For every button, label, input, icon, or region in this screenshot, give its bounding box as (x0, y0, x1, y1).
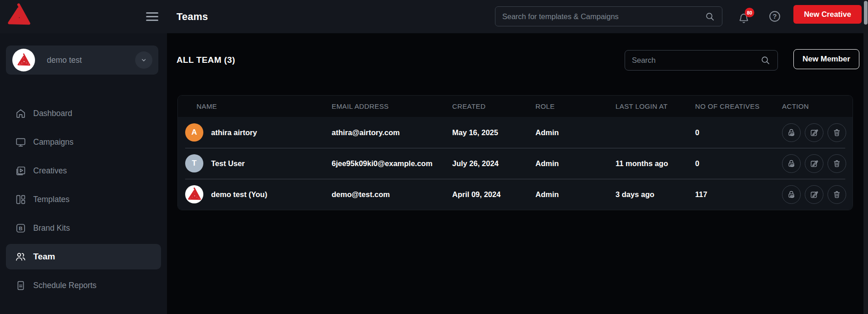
account-chevron-button[interactable] (135, 51, 152, 69)
member-role: Admin (535, 159, 616, 168)
sidebar-item-label: Dashboard (33, 109, 72, 118)
table-header-row: NAMEEMAIL ADDRESSCREATEDROLELAST LOGIN A… (178, 96, 853, 117)
member-last-login: 3 days ago (616, 190, 695, 199)
global-search (495, 6, 722, 26)
sidebar-item-brand-kits[interactable]: B Brand Kits (6, 215, 161, 241)
column-header: ROLE (535, 102, 616, 110)
sidebar-item-label: Creatives (33, 166, 67, 176)
member-name: Test User (211, 159, 245, 168)
sidebar-nav: Dashboard Campaigns Creatives Templates … (0, 101, 167, 301)
notification-count-badge: 80 (745, 8, 754, 17)
member-email: demo@test.com (332, 190, 452, 199)
brandb-icon: B (15, 222, 26, 234)
team-table: NAMEEMAIL ADDRESSCREATEDROLELAST LOGIN A… (177, 95, 853, 210)
team-search (625, 50, 778, 71)
sidebar-item-creatives[interactable]: Creatives (6, 158, 161, 183)
notifications-bell-icon[interactable]: 80 (737, 9, 754, 25)
home-icon (15, 107, 26, 119)
table-row: T Test User 6jee95k09ki0@example.com Jul… (178, 148, 853, 179)
member-avatar: A (185, 123, 203, 142)
account-switcher[interactable]: demo test (6, 46, 158, 75)
member-role: Admin (535, 128, 616, 137)
search-icon (760, 55, 771, 66)
templates-icon (15, 193, 26, 205)
scrollbar-thumb[interactable] (864, 1, 868, 25)
column-header: NO OF CREATIVES (695, 102, 782, 110)
delete-member-button[interactable] (828, 154, 846, 173)
account-avatar (12, 49, 35, 71)
member-avatar: T (185, 154, 203, 172)
creatives-icon (15, 165, 26, 177)
member-created-date: April 09, 2024 (452, 190, 535, 199)
hamburger-menu-icon[interactable] (146, 12, 158, 21)
sidebar-item-schedule-reports[interactable]: Schedule Reports (6, 273, 161, 298)
member-created-date: July 26, 2024 (452, 159, 535, 168)
page-title: Teams (177, 0, 208, 33)
member-actions (782, 123, 853, 142)
sidebar-item-dashboard[interactable]: Dashboard (6, 101, 161, 126)
change-password-button[interactable] (782, 123, 801, 142)
member-creatives-count: 117 (695, 190, 782, 199)
table-body: A athira airtory athira@airtory.com May … (178, 117, 853, 210)
member-created-date: May 16, 2025 (452, 128, 535, 137)
table-row: demo test (You) demo@test.com April 09, … (178, 179, 853, 210)
sidebar-item-label: Campaigns (33, 137, 74, 147)
sidebar-item-label: Schedule Reports (33, 281, 96, 290)
global-search-input[interactable] (502, 12, 705, 21)
search-icon (705, 11, 715, 22)
member-creatives-count: 0 (695, 128, 782, 137)
page-scrollbar (863, 0, 868, 314)
member-email: athira@airtory.com (332, 128, 452, 137)
sidebar-item-label: Brand Kits (33, 223, 70, 233)
sidebar-item-label: Team (33, 252, 55, 262)
edit-member-button[interactable] (805, 185, 823, 204)
top-header: Teams 80 ? New Creative (0, 0, 868, 33)
sidebar-item-campaigns[interactable]: Campaigns (6, 129, 161, 155)
member-last-login: 11 months ago (616, 159, 695, 168)
column-header: CREATED (452, 102, 535, 110)
member-role: Admin (535, 190, 616, 199)
member-name-cell: T Test User (178, 154, 332, 172)
member-email: 6jee95k09ki0@example.com (332, 159, 452, 168)
sidebar-item-templates[interactable]: Templates (6, 187, 161, 212)
change-password-button[interactable] (782, 185, 801, 204)
member-name: athira airtory (211, 128, 257, 137)
people-icon (15, 251, 26, 263)
member-name-cell: demo test (You) (178, 185, 332, 203)
member-actions (782, 154, 853, 173)
member-avatar (185, 185, 203, 203)
airtory-logo-icon (5, 2, 32, 28)
account-name: demo test (47, 56, 82, 65)
sidebar: demo test Dashboard Campaigns Creatives … (0, 33, 167, 314)
member-actions (782, 185, 853, 204)
app-root: Teams 80 ? New Creative demo test (0, 0, 868, 314)
table-row: A athira airtory athira@airtory.com May … (178, 117, 853, 148)
new-creative-button[interactable]: New Creative (793, 5, 862, 24)
main-content: ALL TEAM (3) New Member NAMEEMAIL ADDRES… (167, 33, 868, 314)
sidebar-item-team[interactable]: Team (6, 244, 161, 269)
member-name: demo test (You) (211, 190, 267, 199)
svg-text:B: B (19, 225, 22, 231)
team-search-input[interactable] (632, 56, 760, 65)
column-header: LAST LOGIN AT (616, 102, 695, 110)
column-header: NAME (178, 102, 332, 110)
column-header: EMAIL ADDRESS (332, 102, 452, 110)
member-name-cell: A athira airtory (178, 123, 332, 142)
doc-icon (15, 279, 26, 291)
chevron-down-icon (139, 56, 148, 65)
new-member-button[interactable]: New Member (793, 49, 859, 69)
edit-member-button[interactable] (805, 154, 823, 173)
help-icon[interactable]: ? (768, 10, 781, 23)
section-heading: ALL TEAM (3) (177, 55, 235, 65)
column-header: ACTION (782, 102, 853, 110)
monitor-icon (15, 136, 26, 148)
delete-member-button[interactable] (828, 123, 846, 142)
change-password-button[interactable] (782, 154, 801, 173)
svg-text:?: ? (772, 12, 777, 20)
delete-member-button[interactable] (828, 185, 846, 204)
edit-member-button[interactable] (805, 123, 823, 142)
member-creatives-count: 0 (695, 159, 782, 168)
sidebar-item-label: Templates (33, 195, 70, 204)
